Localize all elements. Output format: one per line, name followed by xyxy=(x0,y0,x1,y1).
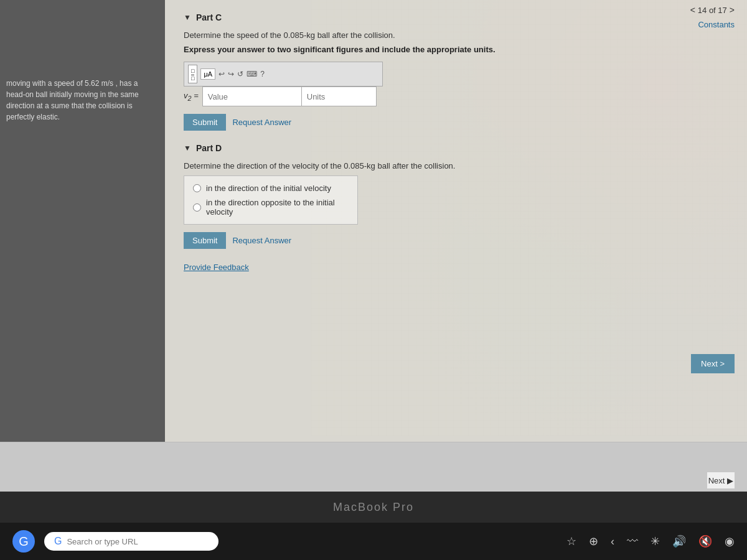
divider-line xyxy=(0,442,747,442)
part-c-instruction: Express your answer to two significant f… xyxy=(184,45,728,54)
next-button[interactable]: Next > xyxy=(691,354,735,373)
part-c-header: ▼ Part C xyxy=(184,12,728,22)
browser-icon[interactable]: G xyxy=(12,530,35,553)
mute-icon[interactable]: 🔇 xyxy=(698,534,712,548)
radio-label-1: in the direction of the initial velocity xyxy=(206,184,331,193)
part-d-arrow: ▼ xyxy=(184,144,191,152)
value-input[interactable] xyxy=(202,86,302,106)
part-c-buttons: Submit Request Answer xyxy=(184,114,728,131)
volume-icon[interactable]: 🔊 xyxy=(672,534,686,548)
part-c-arrow: ▼ xyxy=(184,13,191,22)
taskbar-icons: ☆ ⊕ ‹ 〰 ✳ 🔊 🔇 ◉ xyxy=(566,534,735,548)
next-bottom-button[interactable]: Next ▶ xyxy=(708,476,733,485)
search-bar[interactable]: G Search or type URL xyxy=(44,532,218,551)
taskbar: G G Search or type URL ☆ ⊕ ‹ 〰 ✳ 🔊 🔇 ◉ xyxy=(0,523,747,560)
wave-icon: 〰 xyxy=(627,535,638,548)
fraction-button[interactable]: □ □ xyxy=(188,65,197,83)
part-d-description: Determine the direction of the velocity … xyxy=(184,161,728,172)
radio-input-1[interactable] xyxy=(193,184,201,192)
radio-option-2[interactable]: in the direction opposite to the initial… xyxy=(193,198,349,217)
mu-button[interactable]: μA xyxy=(200,68,215,80)
part-c-request-answer-link[interactable]: Request Answer xyxy=(232,118,291,127)
radio-label-2: in the direction opposite to the initial… xyxy=(206,198,349,217)
settings-icon[interactable]: ✳ xyxy=(651,534,660,548)
part-d-header: ▼ Part D xyxy=(184,143,728,153)
sidebar-text: moving with a speed of 5.62 m/s , has a … xyxy=(6,78,159,123)
variable-label: v2 = xyxy=(184,91,199,102)
part-d-buttons: Submit Request Answer xyxy=(184,232,728,249)
part-d-title: Part D xyxy=(196,143,222,153)
back-icon[interactable]: ‹ xyxy=(611,535,614,548)
top-nav: < 14 of 17 > Constants xyxy=(690,5,735,30)
math-toolbar: □ □ μA ↩ ↪ ↺ ⌨ ? xyxy=(184,62,383,86)
page-indicator: 14 of 17 xyxy=(698,6,727,15)
laptop-label: MacBook Pro xyxy=(333,501,414,514)
radio-option-1[interactable]: in the direction of the initial velocity xyxy=(193,184,349,193)
pagination-row: < 14 of 17 > xyxy=(690,5,735,15)
part-c-description: Determine the speed of the 0.085-kg ball… xyxy=(184,30,728,41)
fraction-icon: □ □ xyxy=(191,68,194,82)
part-c-section: ▼ Part C Determine the speed of the 0.08… xyxy=(184,12,728,131)
plus-icon[interactable]: ⊕ xyxy=(589,534,598,548)
part-d-submit-button[interactable]: Submit xyxy=(184,232,226,249)
units-input[interactable] xyxy=(302,86,377,106)
search-text: Search or type URL xyxy=(67,537,138,546)
part-c-submit-button[interactable]: Submit xyxy=(184,114,226,131)
undo-icon[interactable]: ↩ xyxy=(218,70,225,78)
radio-container: in the direction of the initial velocity… xyxy=(184,175,358,225)
constants-row: Constants xyxy=(698,19,735,30)
main-content: < 14 of 17 > Constants ▼ Part C Determin… xyxy=(165,0,747,442)
search-icon: G xyxy=(54,536,62,547)
sidebar: moving with a speed of 5.62 m/s , has a … xyxy=(0,0,165,442)
feedback-row: Provide Feedback xyxy=(184,261,728,273)
value-units-row: v2 = xyxy=(184,86,728,106)
power-icon[interactable]: ◉ xyxy=(725,534,735,548)
refresh-icon[interactable]: ↺ xyxy=(237,70,243,78)
redo-icon[interactable]: ↪ xyxy=(228,70,234,78)
radio-input-2[interactable] xyxy=(193,203,201,212)
keyboard-icon[interactable]: ⌨ xyxy=(247,70,257,78)
feedback-link[interactable]: Provide Feedback xyxy=(184,263,249,272)
next-page-button[interactable]: > xyxy=(730,5,735,15)
part-d-section: ▼ Part D Determine the direction of the … xyxy=(184,143,728,249)
star-icon[interactable]: ☆ xyxy=(566,534,576,548)
prev-page-button[interactable]: < xyxy=(690,5,695,15)
laptop-body: MacBook Pro xyxy=(0,492,747,523)
constants-link[interactable]: Constants xyxy=(698,20,735,29)
part-d-request-answer-link[interactable]: Request Answer xyxy=(232,236,291,245)
part-c-title: Part C xyxy=(196,12,222,22)
help-icon[interactable]: ? xyxy=(260,70,265,78)
